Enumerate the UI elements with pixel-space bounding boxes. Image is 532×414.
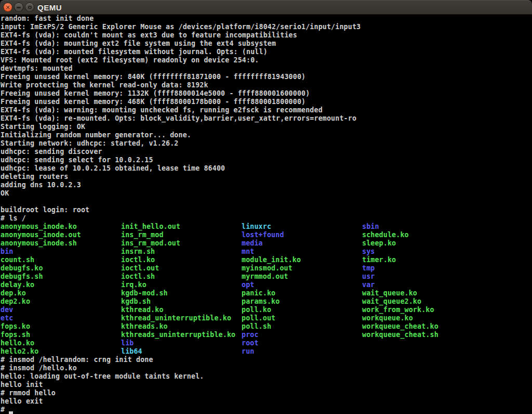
- file-entry: myrmmod.out: [242, 273, 362, 281]
- file-listing-row: etckthread_uninterruptible.kopoll.outwor…: [1, 314, 532, 322]
- file-entry: params.ko: [242, 297, 362, 306]
- file-entry: linuxrc: [242, 223, 362, 231]
- file-entry: irq.ko: [121, 281, 242, 289]
- terminal-line: udhcpc: sending select for 10.0.2.15: [1, 156, 532, 164]
- prompt-line: #: [1, 406, 532, 414]
- close-button[interactable]: ✕: [3, 3, 12, 12]
- file-entry: kgdb-mod.sh: [121, 289, 242, 297]
- terminal-line: # insmod /hellrandom: crng init done: [1, 356, 532, 364]
- file-entry: sys: [362, 248, 483, 256]
- file-entry: workqueue_cheat.ko: [362, 322, 483, 331]
- file-entry: delay.ko: [1, 281, 121, 289]
- file-entry: init_hello.out: [121, 223, 242, 231]
- file-listing-row: count.shioctl.komodule_init.kotimer.ko: [1, 256, 532, 264]
- file-entry: root: [242, 339, 362, 347]
- file-entry: sleep.ko: [362, 239, 483, 248]
- file-entry: dev: [1, 306, 121, 314]
- file-entry: proc: [242, 331, 362, 339]
- file-entry: ioctl.ko: [121, 256, 242, 264]
- file-listing-row: dep2.kokgdb.shparams.kowait_queue2.ko: [1, 297, 532, 306]
- file-entry: ins_rm_mod.out: [121, 239, 242, 248]
- terminal-cursor: [9, 406, 13, 414]
- terminal-screen[interactable]: random: fast init doneinput: ImExPS/2 Ge…: [0, 15, 532, 414]
- file-entry: poll.sh: [242, 322, 362, 331]
- terminal-line: Initializing random number generator... …: [1, 131, 532, 139]
- file-entry: schedule.ko: [362, 231, 483, 239]
- file-entry: hello.ko: [1, 339, 121, 347]
- terminal-line: udhcpc: sending discover: [1, 148, 532, 156]
- file-entry: bin: [1, 248, 121, 256]
- terminal-line: devtmpfs: mounted: [1, 64, 532, 73]
- file-entry: workqueue.ko: [362, 314, 483, 322]
- terminal-line: OK: [1, 189, 532, 198]
- minimize-button[interactable]: [14, 3, 23, 12]
- close-icon: ✕: [5, 4, 10, 10]
- file-listing-row: devkthread.kopoll.kowork_from_work.ko: [1, 306, 532, 314]
- terminal-line: hello init: [1, 381, 532, 389]
- file-entry: usr: [362, 273, 483, 281]
- minimize-icon: [17, 7, 21, 8]
- file-listing-row: anonymous_inode.koinit_hello.outlinuxrcs…: [1, 223, 532, 231]
- window-titlebar[interactable]: ✕ QEMU: [0, 0, 532, 15]
- file-entry: wait_queue2.ko: [362, 297, 483, 306]
- shell-log: # insmod /hellrandom: crng init done# in…: [1, 356, 532, 406]
- file-listing-row: delay.koirq.kooptvar: [1, 281, 532, 289]
- terminal-line: EXT4-fs (vda): couldn't mount as ext3 du…: [1, 31, 532, 40]
- terminal-line: EXT4-fs (vda): warning: mounting uncheck…: [1, 106, 532, 114]
- file-entry: anonymous_inode.ko: [1, 223, 121, 231]
- file-entry: ins_rm_mod: [121, 231, 242, 239]
- file-entry: fops.sh: [1, 331, 121, 339]
- terminal-line: EXT4-fs (vda): re-mounted. Opts: block_v…: [1, 114, 532, 123]
- file-entry: insrm.sh: [121, 248, 242, 256]
- file-listing: anonymous_inode.koinit_hello.outlinuxrcs…: [1, 223, 532, 356]
- file-entry: work_from_work.ko: [362, 306, 483, 314]
- file-entry: lib: [121, 339, 242, 347]
- file-listing-row: debugfs.koioctl.outmyinsmod.outtmp: [1, 264, 532, 273]
- terminal-line: Write protecting the kernel read-only da…: [1, 81, 532, 89]
- boot-log: random: fast init doneinput: ImExPS/2 Ge…: [1, 15, 532, 206]
- file-entry: kgdb.sh: [121, 297, 242, 306]
- file-entry: dep2.ko: [1, 297, 121, 306]
- file-listing-row: debugfs.shioctl.shmyrmmod.outusr: [1, 273, 532, 281]
- file-entry: sbin: [362, 223, 483, 231]
- terminal-line: hello exit: [1, 397, 532, 406]
- terminal-line: # insmod /hello.ko: [1, 364, 532, 372]
- file-entry: ioctl.out: [121, 264, 242, 273]
- file-entry: module_init.ko: [242, 256, 362, 264]
- terminal-line: Freeing unused kernel memory: 1132K (fff…: [1, 89, 532, 98]
- file-entry: poll.ko: [242, 306, 362, 314]
- file-listing-row: fops.shkthreads_uninterruptible.koprocwo…: [1, 331, 532, 339]
- file-listing-row: hello.kolibroot: [1, 339, 532, 347]
- file-entry: poll.out: [242, 314, 362, 322]
- file-entry: wait_queue.ko: [362, 289, 483, 297]
- file-listing-row: fops.kokthreads.kopoll.shworkqueue_cheat…: [1, 322, 532, 331]
- terminal-line: Freeing unused kernel memory: 468K (ffff…: [1, 98, 532, 106]
- terminal-line: hello: loading out-of-tree module taints…: [1, 372, 532, 381]
- file-entry: timer.ko: [362, 256, 483, 264]
- file-entry: kthreads_uninterruptible.ko: [121, 331, 242, 339]
- terminal-line: random: fast init done: [1, 15, 532, 23]
- file-entry: anonymous_inode.out: [1, 231, 121, 239]
- maximize-button[interactable]: [25, 3, 34, 12]
- file-entry: anonymous_inode.sh: [1, 239, 121, 248]
- file-entry: ioctl.sh: [121, 273, 242, 281]
- file-entry: count.sh: [1, 256, 121, 264]
- terminal-line: # rmmod hello: [1, 389, 532, 397]
- qemu-window: ✕ QEMU random: fast init doneinput: ImEx…: [0, 0, 532, 414]
- file-entry: kthread.ko: [121, 306, 242, 314]
- file-entry: kthread_uninterruptible.ko: [121, 314, 242, 322]
- terminal-line: Starting network: udhcpc: started, v1.26…: [1, 139, 532, 148]
- file-entry: myinsmod.out: [242, 264, 362, 273]
- file-entry: tmp: [362, 264, 483, 273]
- terminal-line: input: ImExPS/2 Generic Explorer Mouse a…: [1, 23, 532, 31]
- file-entry: debugfs.sh: [1, 273, 121, 281]
- terminal-line: Freeing unused kernel memory: 840K (ffff…: [1, 73, 532, 81]
- file-entry: mnt: [242, 248, 362, 256]
- terminal-line: [1, 198, 532, 206]
- file-entry: var: [362, 281, 483, 289]
- file-listing-row: bininsrm.shmntsys: [1, 248, 532, 256]
- window-title: QEMU: [37, 0, 62, 15]
- file-entry: panic.ko: [242, 289, 362, 297]
- terminal-line: adding dns 10.0.2.3: [1, 181, 532, 189]
- file-entry: fops.ko: [1, 322, 121, 331]
